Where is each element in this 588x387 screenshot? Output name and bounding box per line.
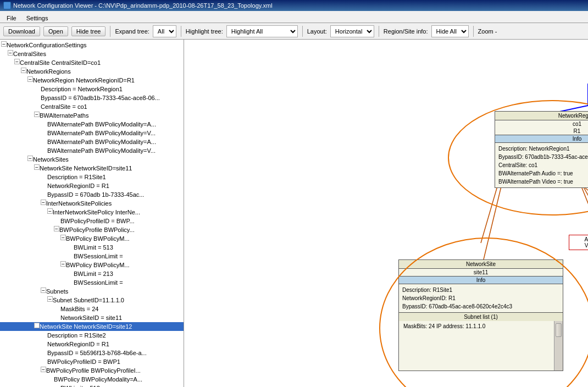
- tree-item-bwsessionlimit2[interactable]: BWSessionLimit =: [0, 278, 184, 287]
- tree-expander-site11bypass: [41, 191, 47, 198]
- tree-expander-site12[interactable]: −: [34, 323, 40, 328]
- tree-item-bwpolicym1[interactable]: −BWPolicy BWPolicyM...: [0, 234, 184, 243]
- tree-expander-networksites[interactable]: −: [27, 156, 33, 161]
- tree-item-networkregion1[interactable]: −NetworkRegion NetworkRegionID=R1: [0, 76, 184, 85]
- title-bar: Network Configuration Viewer - C:\NV\Pdp…: [0, 0, 588, 11]
- site11-subnet-item: MaskBits: 24 IP address: 11.1.1.0: [401, 322, 561, 330]
- tree-item-bwprofile1[interactable]: −BWPolicyProfile BWPolicy...: [0, 225, 184, 234]
- tree-expander-bwpolicym1[interactable]: −: [60, 235, 66, 240]
- tree-item-site12bwprofile[interactable]: BWPolicyProfileID = BWP1: [0, 357, 184, 366]
- expand-tree-select[interactable]: All: [153, 25, 176, 37]
- tree-expander-site11nrid: [41, 182, 47, 190]
- tree-label-centralsites: CentralSites: [13, 50, 46, 58]
- tree-item-bwsessionlimit1[interactable]: BWSessionLimit =: [0, 252, 184, 261]
- tree-item-subnet1[interactable]: −Subnet SubnetID=11.1.1.0: [0, 296, 184, 305]
- tree-expander-centralsite1[interactable]: −: [14, 59, 20, 64]
- tree-item-site12bypass[interactable]: BypassID = 5b596f13-b768-4b6e-a...: [0, 349, 184, 357]
- tree-item-bwlimit1[interactable]: BWLimit = 513: [0, 243, 184, 252]
- tree-label-bwalt4: BWAlternatePath BWPolicyModality=V...: [47, 147, 156, 154]
- tree-item-maskbits1[interactable]: MaskBits = 24: [0, 305, 184, 313]
- tree-item-bwalt1[interactable]: BWAlternatePath BWPolicyModality=A...: [0, 120, 184, 129]
- tree-item-site12nrid[interactable]: NetworkRegionID = R1: [0, 340, 184, 349]
- tree-item-siteid1[interactable]: NetworkSiteID = site11: [0, 313, 184, 322]
- tree-expander-centralsites[interactable]: −: [8, 50, 13, 56]
- region-site-select[interactable]: Hide All: [431, 25, 469, 37]
- tree-expander-maskbits1: [54, 305, 60, 313]
- download-button[interactable]: Download: [3, 26, 40, 36]
- tree-label-site12bypass: BypassID = 5b596f13-b768-4b6e-a...: [47, 349, 147, 357]
- tree-expander-subnet1[interactable]: −: [47, 296, 53, 302]
- tree-expander-site11[interactable]: −: [34, 164, 40, 170]
- tree-item-site11desc[interactable]: Description = R1Site1: [0, 173, 184, 181]
- tree-expander-site12desc: [41, 331, 47, 339]
- tree-item-centralsite1[interactable]: −CentralSite CentralSiteID=co1: [0, 58, 184, 67]
- open-button[interactable]: Open: [43, 26, 68, 36]
- tree-item-intersitepolicies[interactable]: −InterNetworkSitePolicies: [0, 199, 184, 208]
- tree-expander-networkregions[interactable]: −: [21, 68, 26, 73]
- tree-label-siteid1: NetworkSiteID = site11: [60, 314, 122, 322]
- tree-item-site12bwpolicy[interactable]: −BWPolicyProfile BWPolicyProfileI...: [0, 366, 184, 375]
- tree-expander-networkregion1[interactable]: −: [27, 76, 33, 82]
- tree-item-networksites[interactable]: −NetworkSites: [0, 155, 184, 164]
- highlight-tree-dropdown[interactable]: Highlight All: [226, 25, 298, 37]
- toolbar-separator-2: [181, 26, 181, 37]
- tree-item-bwlimit2[interactable]: BWLimit = 213: [0, 269, 184, 278]
- hide-tree-button[interactable]: Hide tree: [71, 26, 106, 36]
- diagram-canvas[interactable]: NetworkRegion co1 R1 Info Description: N…: [184, 40, 588, 387]
- tree-container: −NetworkConfigurationSettings−CentralSit…: [0, 40, 184, 387]
- tree-item-bwaltpaths[interactable]: −BWAlternatePaths: [0, 111, 184, 120]
- layout-select[interactable]: Horizontal: [330, 25, 374, 37]
- tree-item-site11[interactable]: −NetworkSite NetworkSiteID=site11: [0, 164, 184, 173]
- tree-item-site12bwpolicym[interactable]: BWPolicy BWPolicyModality=A...: [0, 375, 184, 384]
- tree-label-site12desc: Description = R1Site2: [47, 331, 106, 339]
- tree-expander-intersitepolicy1[interactable]: −: [47, 208, 53, 214]
- tree-item-bwalt4[interactable]: BWAlternatePath BWPolicyModality=V...: [0, 146, 184, 155]
- layout-dropdown[interactable]: Horizontal: [330, 25, 374, 37]
- sidebar-tree[interactable]: −NetworkConfigurationSettings−CentralSit…: [0, 40, 184, 387]
- tree-item-bypass1[interactable]: BypassID = 670adb1b-7333-45ac-ace8-06...: [0, 93, 184, 102]
- region-site-dropdown[interactable]: Hide All: [431, 25, 469, 37]
- tree-item-centralsites[interactable]: −CentralSites: [0, 49, 184, 58]
- tree-item-site12bwlimit[interactable]: BWLimit = 512: [0, 384, 184, 387]
- tree-expander-bwprofile1[interactable]: −: [54, 226, 59, 231]
- site11-bypass: BypassID: 670adb-45ac-ace8-0620c4e2c4c3: [402, 302, 559, 311]
- tree-label-bwpolicyprofile1: BWPolicyProfileID = BWP...: [60, 217, 135, 225]
- highlight-tree-label: Highlight tree:: [186, 28, 223, 35]
- tree-item-subnets[interactable]: −Subnets: [0, 287, 184, 296]
- tree-expander-bwpolicym2[interactable]: −: [60, 261, 66, 267]
- tree-label-bwaltpaths: BWAlternatePaths: [40, 112, 88, 119]
- site11-subnet-body[interactable]: MaskBits: 24 IP address: 11.1.1.0: [399, 321, 563, 371]
- toolbar-separator-3: [302, 26, 303, 37]
- menu-file[interactable]: File: [2, 12, 21, 21]
- tree-item-bwpolicym2[interactable]: −BWPolicy BWPolicyM...: [0, 261, 184, 269]
- tree-label-centralsite1: CentralSite CentralSiteID=co1: [20, 59, 101, 67]
- tree-expander-root[interactable]: −: [1, 41, 7, 47]
- tree-item-root[interactable]: −NetworkConfigurationSettings: [0, 41, 184, 49]
- tree-item-bwpolicyprofile1[interactable]: BWPolicyProfileID = BWP...: [0, 217, 184, 225]
- tree-expander-site12bwpolicy[interactable]: −: [41, 367, 46, 372]
- tree-item-central1[interactable]: CentralSite = co1: [0, 102, 184, 111]
- tree-expander-intersitepolicies[interactable]: −: [41, 200, 46, 205]
- site11-info-bar: Info: [399, 276, 563, 284]
- tree-item-desc1[interactable]: Description = NetworkRegion1: [0, 85, 184, 93]
- expand-tree-dropdown[interactable]: All: [153, 25, 176, 37]
- tree-item-bwalt3[interactable]: BWAlternatePath BWPolicyModality=A...: [0, 137, 184, 146]
- menu-settings[interactable]: Settings: [22, 12, 53, 21]
- tree-label-bwlimit2: BWLimit = 213: [74, 270, 113, 278]
- tree-label-subnet1: Subnet SubnetID=11.1.1.0: [53, 296, 124, 304]
- tree-item-site12[interactable]: −NetworkSite NetworkSiteID=site12: [0, 322, 184, 331]
- site11-nr: NetworkRegionID: R1: [402, 294, 559, 302]
- tree-expander-bwaltpaths[interactable]: −: [34, 112, 40, 117]
- tree-item-site11bypass[interactable]: BypassID = 670adb 1b-7333-45ac...: [0, 190, 184, 199]
- tree-item-bwalt2[interactable]: BWAlternatePath BWPolicyModality=V...: [0, 129, 184, 137]
- tree-item-site12desc[interactable]: Description = R1Site2: [0, 331, 184, 340]
- bw-box-1: Audio: 512 / 512 Video: 212 / 212: [569, 235, 588, 250]
- tree-item-site11nrid[interactable]: NetworkRegionID = R1: [0, 181, 184, 190]
- tree-item-networkregions[interactable]: −NetworkRegions: [0, 67, 184, 76]
- tree-expander-bwsessionlimit2: [67, 279, 74, 286]
- tree-label-maskbits1: MaskBits = 24: [60, 305, 98, 313]
- tree-expander-subnets[interactable]: −: [41, 288, 46, 293]
- highlight-tree-select[interactable]: Highlight All: [226, 25, 298, 37]
- tree-expander-bwalt1: [41, 120, 47, 128]
- tree-item-intersitepolicy1[interactable]: −InterNetworkSitePolicy InterNe...: [0, 208, 184, 217]
